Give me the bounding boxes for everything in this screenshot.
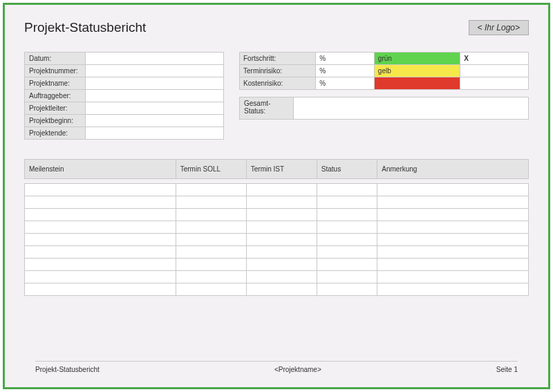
label-gesamtstatus: Gesamt-Status: [240,97,294,120]
color-red-cell: rot [374,77,460,90]
footer-row: Projekt-Statusbericht <Projektname> Seit… [35,361,518,373]
row-datum: Datum: [25,53,224,65]
mark-terminrisiko[interactable] [460,65,529,77]
mark-fortschritt[interactable]: X [460,53,529,65]
table-cell[interactable] [25,196,176,209]
value-projektleiter[interactable] [86,102,224,115]
color-yellow-cell: gelb [374,65,460,77]
risk-table: Fortschritt: % grün X Terminrisiko: % ge… [239,52,529,90]
row-projektleiter: Projektleiter: [25,102,224,115]
label-projektnummer: Projektnummer: [25,65,86,77]
color-green-cell: grün [374,53,460,65]
table-cell[interactable] [246,246,317,259]
table-cell[interactable] [246,259,317,271]
label-projektname: Projektname: [25,77,86,90]
table-cell[interactable] [246,209,317,221]
footer-center: <Projektname> [274,366,321,373]
table-cell[interactable] [317,184,377,196]
row-projektende: Projektende: [25,127,224,140]
value-projektnummer[interactable] [86,65,224,77]
value-datum[interactable] [86,53,224,65]
header-termin-ist: Termin IST [246,160,317,179]
page-title: Projekt-Statusbericht [24,20,146,35]
table-cell[interactable] [246,184,317,196]
value-projektende[interactable] [86,127,224,140]
table-cell[interactable] [176,271,246,283]
table-cell[interactable] [25,221,176,234]
project-info-table: Datum: Projektnummer: Projektname: Auftr… [24,52,224,140]
header-termin-soll: Termin SOLL [176,160,246,179]
right-column: Fortschritt: % grün X Terminrisiko: % ge… [239,52,529,140]
document-frame: Projekt-Statusbericht < Ihr Logo> Datum:… [3,3,550,389]
table-row [25,271,529,283]
label-fortschritt: Fortschritt: [240,53,316,65]
row-terminrisiko: Terminrisiko: % gelb [240,65,529,77]
label-kostenrisiko: Kostenrisiko: [240,77,316,90]
table-cell[interactable] [377,221,529,234]
unit-kostenrisiko[interactable]: % [316,77,375,90]
row-fortschritt: Fortschritt: % grün X [240,53,529,65]
table-cell[interactable] [176,246,246,259]
row-projektnummer: Projektnummer: [25,65,224,77]
table-cell[interactable] [377,271,529,283]
unit-terminrisiko[interactable]: % [316,65,375,77]
footer-right: Seite 1 [496,366,518,373]
table-cell[interactable] [377,196,529,209]
table-cell[interactable] [317,283,377,296]
label-projektleiter: Projektleiter: [25,102,86,115]
table-cell[interactable] [377,184,529,196]
table-cell[interactable] [317,234,377,246]
table-cell[interactable] [25,271,176,283]
table-cell[interactable] [176,283,246,296]
table-cell[interactable] [317,209,377,221]
table-cell[interactable] [25,283,176,296]
table-cell[interactable] [377,283,529,296]
table-cell[interactable] [25,246,176,259]
table-cell[interactable] [176,221,246,234]
mark-kostenrisiko[interactable] [460,77,529,90]
header-meilenstein: Meilenstein [25,160,176,179]
milestone-header-table: Meilenstein Termin SOLL Termin IST Statu… [24,159,529,179]
table-cell[interactable] [25,234,176,246]
value-auftraggeber[interactable] [86,90,224,102]
table-cell[interactable] [317,271,377,283]
unit-fortschritt[interactable]: % [316,53,375,65]
table-cell[interactable] [246,221,317,234]
table-cell[interactable] [246,234,317,246]
table-cell[interactable] [246,196,317,209]
label-datum: Datum: [25,53,86,65]
logo-placeholder: < Ihr Logo> [469,20,529,35]
table-cell[interactable] [317,196,377,209]
label-auftraggeber: Auftraggeber: [25,90,86,102]
table-row [25,221,529,234]
table-cell[interactable] [176,196,246,209]
table-cell[interactable] [176,234,246,246]
label-projektende: Projektende: [25,127,86,140]
top-area: Datum: Projektnummer: Projektname: Auftr… [24,52,529,140]
table-row [25,246,529,259]
row-auftraggeber: Auftraggeber: [25,90,224,102]
footer-left: Projekt-Statusbericht [35,366,100,373]
table-cell[interactable] [377,234,529,246]
table-cell[interactable] [176,259,246,271]
table-cell[interactable] [377,246,529,259]
table-cell[interactable] [246,283,317,296]
table-cell[interactable] [317,246,377,259]
table-row [25,234,529,246]
table-cell[interactable] [377,259,529,271]
header-anmerkung: Anmerkung [377,160,529,179]
value-gesamtstatus[interactable] [294,97,529,120]
table-cell[interactable] [25,259,176,271]
table-cell[interactable] [246,271,317,283]
value-projektbeginn[interactable] [86,115,224,127]
table-cell[interactable] [317,221,377,234]
table-cell[interactable] [25,209,176,221]
table-cell[interactable] [176,209,246,221]
value-projektname[interactable] [86,77,224,90]
table-row [25,209,529,221]
table-cell[interactable] [25,184,176,196]
table-cell[interactable] [377,209,529,221]
table-cell[interactable] [317,259,377,271]
table-cell[interactable] [176,184,246,196]
overall-status-table: Gesamt-Status: [239,97,529,120]
